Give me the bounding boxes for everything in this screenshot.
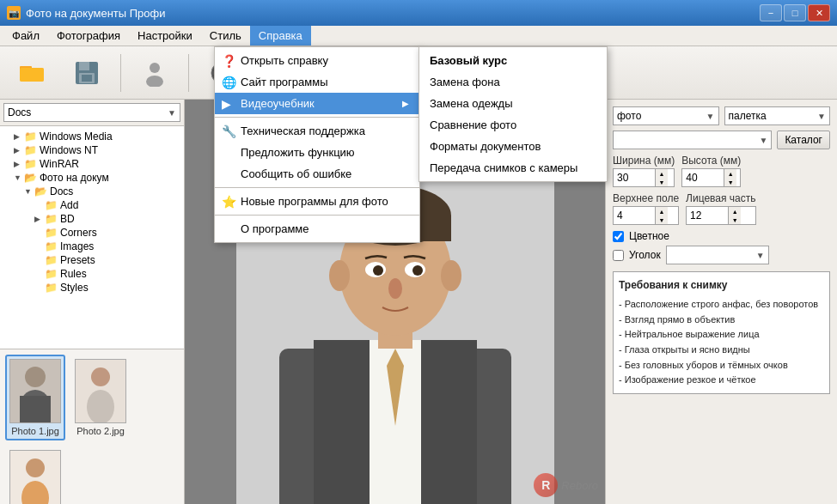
thumbnail-label-2: Photo 2.jpg xyxy=(76,426,125,436)
height-group: Высота (мм) ▲ ▼ xyxy=(681,155,741,187)
svg-rect-21 xyxy=(20,396,51,422)
svg-point-38 xyxy=(329,260,350,291)
thumbnail-photo3[interactable]: Photo 3.jpg xyxy=(5,446,65,504)
help-menu-new-programs[interactable]: ⭐ Новые программы для фото xyxy=(215,191,419,212)
tree-item-styles[interactable]: 📁 Styles xyxy=(34,281,180,295)
folder-icon: 📁 xyxy=(24,158,37,170)
width-spin-up[interactable]: ▲ xyxy=(656,169,668,178)
help-menu-support[interactable]: 🔧 Техническая поддержка xyxy=(215,120,419,142)
height-spinner: ▲ ▼ xyxy=(724,169,736,186)
face-spin-up[interactable]: ▲ xyxy=(729,207,741,216)
photo-combo[interactable]: фото ▼ xyxy=(613,106,719,125)
face-spinner: ▲ ▼ xyxy=(728,207,741,224)
top-margin-spin-up[interactable]: ▲ xyxy=(656,207,668,216)
tree-item-docs[interactable]: ▼ 📂 Docs xyxy=(24,185,180,198)
height-spin-down[interactable]: ▼ xyxy=(724,178,736,186)
tree-item-foto-doc[interactable]: ▼ 📂 Фото на докум xyxy=(14,171,180,185)
minimize-button[interactable]: − xyxy=(760,4,782,21)
support-icon: 🔧 xyxy=(222,124,236,138)
req-item-3: - Нейтральное выражение лица xyxy=(619,327,824,343)
catalog-row: ▼ Каталог xyxy=(613,131,830,149)
menu-style[interactable]: Стиль xyxy=(201,26,250,46)
right-panel: фото ▼ палетка ▼ ▼ Каталог Ширина (мм) xyxy=(605,100,837,504)
tree-item-corners[interactable]: 📁 Corners xyxy=(34,226,180,240)
req-item-2: - Взгляд прямо в объектив xyxy=(619,313,824,328)
tree-item-winrar[interactable]: ▶ 📁 WinRAR xyxy=(14,157,180,171)
submenu-photo-compare[interactable]: Сравнение фото xyxy=(419,114,607,136)
height-input[interactable] xyxy=(682,172,724,184)
corner-checkbox[interactable] xyxy=(613,250,624,261)
color-checkbox[interactable] xyxy=(613,231,624,242)
tree-item-add[interactable]: 📁 Add xyxy=(34,198,180,212)
corner-combo[interactable]: ▼ xyxy=(666,246,769,264)
tree-item-windows-nt[interactable]: ▶ 📁 Windows NT xyxy=(14,143,180,157)
tree-arrow-icon: ▶ xyxy=(14,132,24,141)
maximize-button[interactable]: □ xyxy=(784,4,806,21)
catalog-combo[interactable]: ▼ xyxy=(613,131,772,149)
tree-item-windows-media[interactable]: ▶ 📁 Windows Media xyxy=(14,130,180,143)
close-button[interactable]: ✕ xyxy=(808,4,830,21)
open-help-icon: ❓ xyxy=(222,54,236,68)
combo-arrow-icon: ▼ xyxy=(168,108,176,118)
thumbnail-photo2[interactable]: Photo 2.jpg xyxy=(70,355,131,440)
toolbar-person[interactable] xyxy=(130,50,180,96)
submenu-clothes-replace[interactable]: Замена одежды xyxy=(419,93,607,114)
face-spin-down[interactable]: ▼ xyxy=(729,216,741,224)
help-menu-suggest[interactable]: Предложить функцию xyxy=(215,142,419,163)
folder-combo[interactable]: Docs ▼ xyxy=(3,103,180,122)
help-menu-site[interactable]: 🌐 Сайт программы xyxy=(215,71,419,93)
toolbar-save[interactable] xyxy=(62,50,112,96)
height-spin-up[interactable]: ▲ xyxy=(724,169,736,178)
top-margin-input[interactable] xyxy=(614,209,655,222)
submenu-doc-formats[interactable]: Форматы документов xyxy=(419,136,607,157)
tree-item-presets[interactable]: 📁 Presets xyxy=(34,253,180,267)
tree-arrow-icon: ▶ xyxy=(34,215,45,223)
menu-settings[interactable]: Настройки xyxy=(129,26,201,46)
svg-point-26 xyxy=(26,458,45,477)
video-icon: ▶ xyxy=(222,97,231,111)
top-margin-input-wrap: ▲ ▼ xyxy=(613,206,679,225)
width-input[interactable] xyxy=(614,172,655,184)
submenu-bg-replace[interactable]: Замена фона xyxy=(419,71,607,93)
thumbnail-photo1[interactable]: Photo 1.jpg xyxy=(5,355,65,440)
width-spin-down[interactable]: ▼ xyxy=(656,178,668,186)
toolbar-open[interactable] xyxy=(7,50,57,96)
site-icon: 🌐 xyxy=(222,76,236,89)
top-margin-spin-down[interactable]: ▼ xyxy=(656,216,668,224)
svg-point-42 xyxy=(373,265,383,276)
thumbnail-image-1 xyxy=(9,359,61,423)
svg-point-39 xyxy=(441,260,461,291)
tree-item-rules[interactable]: 📁 Rules xyxy=(34,267,180,281)
folder-icon: 📁 xyxy=(45,240,58,252)
help-menu-video[interactable]: ▶ Видеоучебник ▶ xyxy=(215,93,419,114)
requirements-title: Требования к снимку xyxy=(619,277,824,294)
combo-arrow-icon: ▼ xyxy=(759,136,767,145)
tree-item-bd[interactable]: ▶ 📁 BD xyxy=(34,212,180,226)
watermark-text: Reboro xyxy=(561,479,598,492)
watermark: R Reboro xyxy=(534,473,598,497)
tree-item-images[interactable]: 📁 Images xyxy=(34,240,180,253)
help-menu-report-bug[interactable]: Сообщить об ошибке xyxy=(215,163,419,185)
req-item-1: - Расположение строго анфас, без поворот… xyxy=(619,297,824,313)
width-spinner: ▲ ▼ xyxy=(655,169,668,186)
face-input[interactable] xyxy=(687,209,728,222)
menu-photo[interactable]: Фотография xyxy=(48,26,129,46)
req-item-6: - Изображение резкое и чёткое xyxy=(619,373,824,388)
svg-point-19 xyxy=(25,367,46,387)
submenu-camera-transfer[interactable]: Передача снимков с камеры xyxy=(419,157,607,179)
thumbnail-image-2 xyxy=(75,359,126,423)
corner-label: Уголок xyxy=(629,249,661,261)
palette-combo[interactable]: палетка ▼ xyxy=(724,106,831,125)
folder-icon: 📂 xyxy=(24,172,37,184)
combo-arrow-icon: ▼ xyxy=(706,112,715,121)
help-menu-open-help[interactable]: ❓ Открыть справку xyxy=(215,50,419,71)
submenu-basic-course[interactable]: Базовый курс xyxy=(419,50,607,71)
combo-arrow-icon: ▼ xyxy=(817,112,826,121)
file-tree[interactable]: ▶ 📁 Windows Media ▶ 📁 Windows NT ▶ 📁 Win… xyxy=(0,126,184,349)
help-menu-about[interactable]: О программе xyxy=(215,218,419,240)
menu-file[interactable]: Файл xyxy=(3,26,48,46)
catalog-button[interactable]: Каталог xyxy=(777,131,830,149)
menu-help[interactable]: Справка xyxy=(250,26,311,46)
folder-icon: 📁 xyxy=(24,131,37,143)
width-label: Ширина (мм) xyxy=(613,155,675,167)
